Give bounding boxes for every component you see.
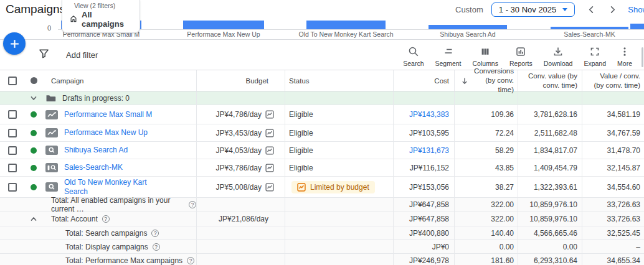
- filter-icon: [39, 49, 49, 62]
- conversions-value: 43.85: [495, 164, 514, 172]
- chart-bar: [630, 24, 644, 29]
- help-icon[interactable]: ?: [151, 230, 159, 237]
- campaign-name-link[interactable]: Sales-Search-MK: [64, 163, 123, 172]
- budget-value: JP¥3,453/day: [216, 129, 262, 137]
- next-period-button[interactable]: [608, 5, 617, 14]
- column-header-budget[interactable]: Budget: [197, 70, 285, 91]
- conv-value-value: 2,511,682.48: [534, 129, 577, 137]
- row-checkbox[interactable]: [8, 146, 17, 155]
- toolbar-more-label: More: [617, 60, 632, 67]
- collapse-account-button[interactable]: [29, 215, 38, 223]
- chart-bar: [183, 21, 264, 29]
- home-icon: [69, 14, 78, 25]
- edit-budget-icon[interactable]: [265, 164, 274, 172]
- value-per-conv-total-value: 32,525.45: [607, 229, 640, 238]
- column-header-campaign[interactable]: Campaign: [42, 70, 197, 91]
- toolbar-reports-button[interactable]: Reports: [504, 46, 538, 67]
- show-last-link[interactable]: Show last 30: [628, 5, 644, 14]
- table-row: Performance Max Small MJP¥4,786/dayEligi…: [0, 105, 644, 124]
- date-mode-label: Custom: [455, 5, 483, 14]
- toolbar-actions: SearchSegmentColumnsReportsDownloadExpan…: [397, 46, 638, 67]
- cost-value[interactable]: JP¥131,673: [409, 146, 449, 155]
- conv-value-total-value: 4,566,665.46: [534, 229, 577, 238]
- campaign-name-link[interactable]: Shibuya Search Ad: [64, 146, 128, 155]
- toolbar-search-button[interactable]: Search: [397, 46, 429, 67]
- row-checkbox[interactable]: [8, 183, 17, 192]
- status-dot-enabled[interactable]: [31, 130, 37, 136]
- table-row: Performace Max New UpJP¥3,453/dayEligibl…: [0, 124, 644, 142]
- campaign-name-link[interactable]: Old To New Monkey Kart Search: [64, 178, 171, 197]
- date-range-picker[interactable]: 1 - 30 Nov 2025: [491, 2, 575, 17]
- total-row: Total: Account?JP¥21,086/dayJP¥647,85832…: [0, 212, 644, 226]
- new-campaign-button[interactable]: [3, 32, 26, 55]
- status-text: Eligible: [289, 110, 313, 119]
- cost-value[interactable]: JP¥143,383: [409, 110, 449, 119]
- columns-icon: [480, 46, 491, 57]
- edit-budget-icon[interactable]: [265, 183, 274, 192]
- toolbar-segment-button[interactable]: Segment: [430, 46, 467, 67]
- google-ads-campaigns-page: Campaigns View (2 filters) All campaigns…: [0, 0, 644, 265]
- status-dot-enabled[interactable]: [31, 165, 37, 171]
- status-text: Eligible: [289, 164, 313, 172]
- edit-budget-icon[interactable]: [265, 146, 274, 155]
- total-row: Total: Search campaigns?JP¥400,880140.40…: [0, 226, 644, 240]
- status-badge-limited[interactable]: Limited by budget: [291, 181, 375, 193]
- previous-period-button[interactable]: [587, 5, 596, 14]
- campaign-name-link[interactable]: Performace Max New Up: [64, 128, 148, 137]
- toolbar-more-button[interactable]: More: [612, 46, 638, 67]
- value-per-conv-total-value: 33,726.63: [607, 215, 640, 223]
- conv-value-total-value: 6,293,310.64: [534, 256, 577, 265]
- value-per-conv-total-value: 34,655.34: [607, 256, 640, 265]
- value-per-conv-total-value: –: [636, 243, 640, 251]
- column-header-conv-value[interactable]: Conv. value (by conv. time): [518, 70, 582, 91]
- view-selector[interactable]: View (2 filters) All campaigns: [62, 0, 140, 33]
- edit-budget-icon[interactable]: [265, 129, 274, 137]
- add-filter-label: Add filter: [66, 50, 98, 60]
- help-icon[interactable]: ?: [189, 201, 196, 208]
- row-checkbox[interactable]: [8, 164, 17, 172]
- add-filter-button[interactable]: Add filter: [39, 49, 98, 62]
- date-controls: Custom 1 - 30 Nov 2025 Show last 30: [455, 0, 644, 19]
- column-header-conversions[interactable]: Conversions (by conv. time): [455, 70, 518, 91]
- chart-bar-label: Old To New Monkey Kart Search: [298, 30, 393, 38]
- help-icon[interactable]: ?: [153, 243, 160, 251]
- status-dot-enabled[interactable]: [31, 184, 37, 190]
- toolbar-columns-button[interactable]: Columns: [467, 46, 504, 67]
- expand-drafts-button[interactable]: [25, 91, 42, 105]
- value-per-conv-value: 31,478.70: [607, 146, 640, 155]
- campaign-name-link[interactable]: Performance Max Small M: [64, 110, 152, 119]
- help-icon[interactable]: ?: [187, 257, 194, 264]
- column-header-status[interactable]: Status: [285, 70, 394, 91]
- budget-total-value: JP¥21,086/day: [219, 215, 268, 223]
- conversions-value: 72.24: [495, 129, 514, 137]
- status-dot-enabled[interactable]: [31, 111, 37, 118]
- conv-value-value: 1,409,454.79: [534, 164, 577, 172]
- search-campaign-icon: [45, 146, 58, 155]
- conversions-total-value: 0.00: [500, 243, 514, 251]
- expand-icon: [589, 46, 600, 57]
- conversions-value: 58.29: [495, 146, 514, 155]
- chart-bar: [306, 21, 386, 29]
- search-icon: [408, 46, 419, 57]
- search-alt-campaign-icon: [45, 163, 58, 172]
- row-checkbox[interactable]: [8, 129, 17, 137]
- edit-budget-icon[interactable]: [265, 110, 274, 119]
- conversions-value: 38.27: [495, 183, 514, 192]
- select-all-checkbox[interactable]: [8, 77, 17, 85]
- column-header-cost[interactable]: Cost: [394, 70, 455, 91]
- chart-bar-label: Sales-Search-MK: [564, 30, 615, 38]
- performance-max-campaign-icon: [45, 128, 58, 137]
- scrollbar-thumb[interactable]: [642, 47, 643, 67]
- conversions-total-value: 140.40: [491, 229, 514, 238]
- toolbar-expand-button[interactable]: Expand: [578, 46, 612, 67]
- total-row: Total: All enabled campaigns in your cur…: [0, 198, 644, 212]
- column-header-value-per-conv[interactable]: Value / conv. (by conv. time): [582, 70, 644, 91]
- total-label: Total: Display campaigns?: [45, 243, 160, 251]
- help-icon[interactable]: ?: [102, 215, 110, 223]
- toolbar-download-button[interactable]: Download: [538, 46, 579, 67]
- conversions-total-value: 322.00: [491, 200, 514, 209]
- status-text: Eligible: [289, 129, 313, 137]
- row-checkbox[interactable]: [8, 110, 17, 119]
- status-dot-enabled[interactable]: [31, 147, 37, 154]
- chart-bar: [429, 25, 507, 29]
